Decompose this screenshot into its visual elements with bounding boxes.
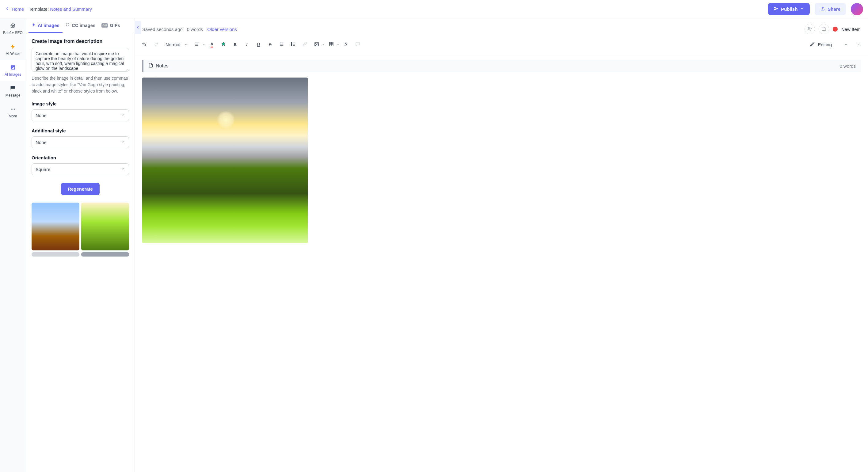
svg-point-11 xyxy=(14,109,15,110)
publish-button[interactable]: Publish xyxy=(768,3,810,15)
svg-point-41 xyxy=(858,44,859,44)
status-dot xyxy=(833,27,838,32)
thumbnail-grid xyxy=(32,202,129,256)
tab-gifs[interactable]: GIF GIFs xyxy=(98,19,123,33)
underline-button[interactable]: U xyxy=(253,39,264,50)
editor-area: Saved seconds ago 0 words Older versions… xyxy=(135,19,868,472)
bold-button[interactable]: B xyxy=(230,39,240,50)
chevron-down-icon xyxy=(184,42,188,47)
dots-icon xyxy=(10,106,16,112)
highlight-button[interactable] xyxy=(218,39,229,50)
strikethrough-button[interactable]: S xyxy=(265,39,275,50)
editor-content[interactable]: Notes 0 words xyxy=(135,54,868,249)
svg-point-23 xyxy=(280,44,280,44)
align-button[interactable] xyxy=(192,39,202,50)
regenerate-button[interactable]: Regenerate xyxy=(61,183,100,195)
tab-cc-images[interactable]: CC images xyxy=(63,19,99,33)
svg-point-40 xyxy=(857,44,857,44)
italic-button[interactable]: I xyxy=(242,39,252,50)
vnav-item-ai-images[interactable]: AI Images xyxy=(0,60,26,81)
main-layout: Brief + SEO AI Writer AI Images Message … xyxy=(0,19,868,472)
orientation-label: Orientation xyxy=(32,155,129,160)
vnav-item-brief-seo[interactable]: Brief + SEO xyxy=(0,19,26,39)
meta-right: New Item xyxy=(805,24,861,34)
chevron-down-icon xyxy=(121,140,125,145)
align-group[interactable] xyxy=(192,39,205,50)
template-prefix: Template: xyxy=(29,6,50,12)
saved-status: Saved seconds ago xyxy=(142,27,183,32)
avatar[interactable] xyxy=(851,3,863,15)
table-insert-group[interactable] xyxy=(326,39,340,50)
select-value: Square xyxy=(36,167,50,172)
gif-icon: GIF xyxy=(101,23,108,28)
vnav-item-ai-writer[interactable]: AI Writer xyxy=(0,39,26,60)
template-link[interactable]: Notes and Summary xyxy=(50,6,92,12)
highlight-icon xyxy=(221,42,226,48)
select-value: None xyxy=(36,113,46,118)
svg-point-9 xyxy=(11,109,12,110)
generated-thumbnail[interactable] xyxy=(81,202,129,250)
older-versions-link[interactable]: Older versions xyxy=(207,27,237,32)
search-icon xyxy=(66,23,70,28)
meta-left: Saved seconds ago 0 words Older versions xyxy=(142,27,237,32)
additional-style-label: Additional style xyxy=(32,128,129,133)
side-panel: AI images CC images GIF GIFs Create imag… xyxy=(26,19,135,472)
link-button[interactable] xyxy=(300,39,310,50)
insert-image-button[interactable] xyxy=(311,39,322,50)
add-user-button[interactable] xyxy=(805,24,815,34)
collapse-panel-button[interactable] xyxy=(134,21,141,34)
generated-thumbnail[interactable] xyxy=(32,252,80,256)
clear-format-button[interactable] xyxy=(341,39,351,50)
undo-button[interactable] xyxy=(139,39,150,50)
editing-mode-select[interactable]: Editing xyxy=(805,40,852,49)
link-icon xyxy=(303,42,307,48)
text-color-icon: A xyxy=(211,42,214,48)
vertical-nav: Brief + SEO AI Writer AI Images Message … xyxy=(0,19,26,472)
paragraph-style-select[interactable]: Normal xyxy=(162,40,191,49)
svg-point-8 xyxy=(12,66,12,67)
tab-ai-images[interactable]: AI images xyxy=(29,19,63,33)
insert-table-button[interactable] xyxy=(326,39,337,50)
vnav-label: More xyxy=(8,114,17,118)
bullet-list-button[interactable] xyxy=(276,39,287,50)
chevron-down-icon xyxy=(322,42,325,47)
redo-button[interactable] xyxy=(151,39,161,50)
share-button[interactable]: Share xyxy=(815,3,846,15)
vnav-item-more[interactable]: More xyxy=(0,102,26,123)
attach-button[interactable] xyxy=(819,24,829,34)
chevron-left-icon xyxy=(5,6,10,12)
target-icon xyxy=(10,23,16,29)
chevron-down-icon xyxy=(121,113,125,118)
more-tools-button[interactable] xyxy=(853,39,864,50)
panel-heading: Create image from description xyxy=(32,39,129,44)
notes-block: Notes 0 words xyxy=(142,60,861,72)
vnav-label: AI Images xyxy=(5,72,21,76)
share-label: Share xyxy=(828,6,840,12)
svg-point-2 xyxy=(12,25,14,27)
generated-thumbnail[interactable] xyxy=(81,252,129,256)
select-value: Normal xyxy=(165,42,180,47)
svg-point-10 xyxy=(12,109,13,110)
header-left: Home Template: Notes and Summary xyxy=(5,6,92,12)
text-color-button[interactable]: A xyxy=(207,39,217,50)
tab-label: GIFs xyxy=(110,23,120,28)
comment-icon xyxy=(355,42,360,48)
orientation-select[interactable]: Square xyxy=(32,163,129,175)
numbered-list-button[interactable]: 123 xyxy=(288,39,299,50)
select-value: None xyxy=(36,140,46,145)
bullet-list-icon xyxy=(279,42,284,48)
additional-style-select[interactable]: None xyxy=(32,136,129,148)
vnav-item-message[interactable]: Message xyxy=(0,81,26,102)
chat-icon xyxy=(10,85,16,91)
home-link[interactable]: Home xyxy=(5,6,24,12)
comment-button[interactable] xyxy=(352,39,363,50)
editor-toolbar: Normal A B I U S 123 xyxy=(135,37,868,54)
svg-text:3: 3 xyxy=(291,44,292,46)
editor-meta: Saved seconds ago 0 words Older versions… xyxy=(135,19,868,37)
inserted-image[interactable] xyxy=(142,77,308,243)
generated-thumbnail[interactable] xyxy=(32,202,80,250)
image-prompt-textarea[interactable] xyxy=(32,48,129,72)
strikethrough-icon: S xyxy=(269,42,272,47)
image-style-select[interactable]: None xyxy=(32,109,129,121)
image-insert-group[interactable] xyxy=(311,39,325,50)
